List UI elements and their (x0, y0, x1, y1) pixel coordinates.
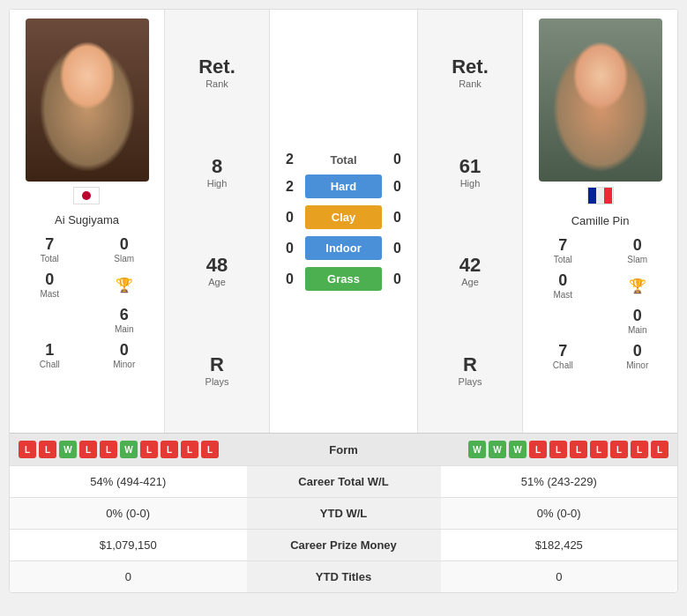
surface-clay-row: 0 Clay 0 (279, 205, 408, 229)
player-right-mast-value: 0 (529, 271, 597, 290)
form-badge-left: W (120, 441, 138, 458)
form-badge-right: L (631, 441, 648, 458)
stats-left-value: 0 (10, 561, 247, 592)
player-right-main-cell: 0 Main (602, 305, 674, 337)
player-right-total-value: 7 (529, 236, 597, 255)
player-right: Camille Pin 7 Total 0 Slam 0 Mast 🏆 (523, 10, 677, 433)
left-rank-value: Ret. (198, 56, 235, 78)
stats-row-label: YTD Titles (247, 561, 441, 592)
form-right: WWWLLLLLLL (397, 441, 669, 458)
player-left-mast-cell: 0 Mast (14, 269, 86, 301)
grass-surface-button[interactable]: Grass (305, 267, 382, 291)
form-badge-left: L (140, 441, 158, 458)
left-rank-block: Ret. Rank (198, 56, 235, 89)
stats-left-value: 54% (494-421) (10, 466, 247, 497)
stats-row: 0YTD Titles0 (10, 560, 677, 592)
left-high-label: High (207, 178, 228, 189)
player-right-total-cell: 7 Total (527, 234, 599, 266)
player-right-trophy-cell: 🏆 (602, 270, 674, 301)
left-plays-value: R (205, 353, 229, 376)
form-badge-right: W (489, 441, 506, 458)
form-badge-left: L (181, 441, 198, 458)
form-badge-right: L (651, 441, 668, 458)
form-badge-right: L (570, 441, 587, 458)
player-right-slam-cell: 0 Slam (602, 234, 674, 266)
left-high-value: 8 (207, 155, 228, 178)
left-high-block: 8 High (207, 155, 228, 189)
player-left-stats-grid: 7 Total 0 Slam 0 Mast 🏆 6 Main (14, 234, 160, 371)
player-left-chall-cell: 1 Chall (14, 339, 86, 371)
player-left-total-value: 7 (16, 235, 84, 254)
clay-left-count: 0 (279, 210, 301, 226)
form-badge-right: W (509, 441, 526, 458)
right-age-value: 42 (459, 254, 481, 277)
player-right-minor-cell: 0 Minor (602, 340, 674, 372)
right-plays-block: R Plays (459, 353, 482, 387)
trophy-icon-left: 🏆 (116, 277, 133, 293)
main-card: Ai Sugiyama 7 Total 0 Slam 0 Mast 🏆 (9, 9, 678, 593)
h2h-total-row: 2 Total 0 (279, 152, 408, 167)
form-badge-left: L (39, 441, 56, 458)
player-right-slam-value: 0 (604, 236, 672, 255)
left-age-block: 48 Age (206, 254, 228, 287)
middle-right-stats: Ret. Rank 61 High 42 Age R Plays (417, 10, 523, 433)
stats-row: 0% (0-0)YTD W/L0% (0-0) (10, 497, 677, 529)
player-right-flag (587, 191, 614, 206)
player-right-main-value: 0 (604, 307, 672, 325)
right-age-label: Age (459, 277, 481, 287)
right-high-value: 61 (459, 155, 481, 178)
indoor-surface-button[interactable]: Indoor (305, 236, 382, 260)
indoor-left-count: 0 (279, 241, 301, 256)
form-badge-right: L (529, 441, 547, 458)
player-right-name: Camille Pin (571, 214, 630, 227)
stats-row-label: Career Total W/L (247, 466, 441, 497)
right-rank-label: Rank (452, 78, 489, 89)
player-right-chall-cell: 7 Chall (527, 340, 599, 372)
player-left-total-cell: 7 Total (14, 234, 86, 265)
clay-surface-button[interactable]: Clay (305, 205, 382, 229)
grass-right-count: 0 (386, 271, 408, 287)
player-left-mast-value: 0 (16, 271, 84, 289)
hard-right-count: 0 (386, 179, 408, 195)
player-right-total-label: Total (529, 255, 597, 264)
hard-surface-button[interactable]: Hard (305, 174, 382, 198)
player-left-minor-value: 0 (91, 341, 159, 360)
form-badge-right: L (590, 441, 608, 458)
player-right-stats-grid: 7 Total 0 Slam 0 Mast 🏆 0 Main (527, 234, 673, 372)
player-left-total-label: Total (16, 254, 84, 263)
player-left-slam-label: Slam (91, 254, 159, 263)
form-badge-left: L (79, 441, 97, 458)
player-left-slam-cell: 0 Slam (89, 234, 161, 265)
player-left-flag (73, 188, 100, 203)
form-section: LLWLLWLLLL Form WWWLLLLLLL (10, 433, 677, 465)
player-left-slam-value: 0 (91, 235, 159, 254)
grass-left-count: 0 (279, 271, 301, 287)
hard-left-count: 2 (279, 179, 301, 195)
form-left: LLWLLWLLLL (19, 441, 291, 458)
player-right-minor-value: 0 (604, 342, 672, 360)
player-left-main-cell: 6 Main (89, 304, 161, 336)
stats-row-label: YTD W/L (247, 498, 441, 529)
stats-row: $1,079,150Career Prize Money$182,425 (10, 529, 677, 560)
player-right-mast-cell: 0 Mast (527, 270, 599, 301)
form-label: Form (291, 443, 397, 456)
player-left-mast-label: Mast (16, 289, 84, 299)
form-badge-left: L (100, 441, 117, 458)
player-right-minor-label: Minor (604, 360, 672, 370)
center-column: 2 Total 0 2 Hard 0 0 Clay 0 0 Indoor 0 (270, 10, 417, 433)
left-age-value: 48 (206, 254, 228, 277)
player-left-main-label: Main (91, 324, 159, 334)
right-rank-block: Ret. Rank (452, 56, 489, 89)
form-badge-left: L (19, 441, 36, 458)
right-high-label: High (459, 178, 481, 189)
player-comparison: Ai Sugiyama 7 Total 0 Slam 0 Mast 🏆 (10, 10, 677, 433)
player-left-main-value: 6 (91, 306, 159, 324)
left-rank-label: Rank (198, 78, 235, 89)
surface-grass-row: 0 Grass 0 (279, 267, 408, 291)
player-left-minor-cell: 0 Minor (89, 339, 161, 371)
player-left-minor-label: Minor (91, 360, 159, 369)
h2h-total-label: Total (305, 153, 382, 167)
player-left-chall-value: 1 (16, 341, 84, 360)
player-right-slam-label: Slam (604, 255, 672, 264)
form-badge-right: L (549, 441, 567, 458)
